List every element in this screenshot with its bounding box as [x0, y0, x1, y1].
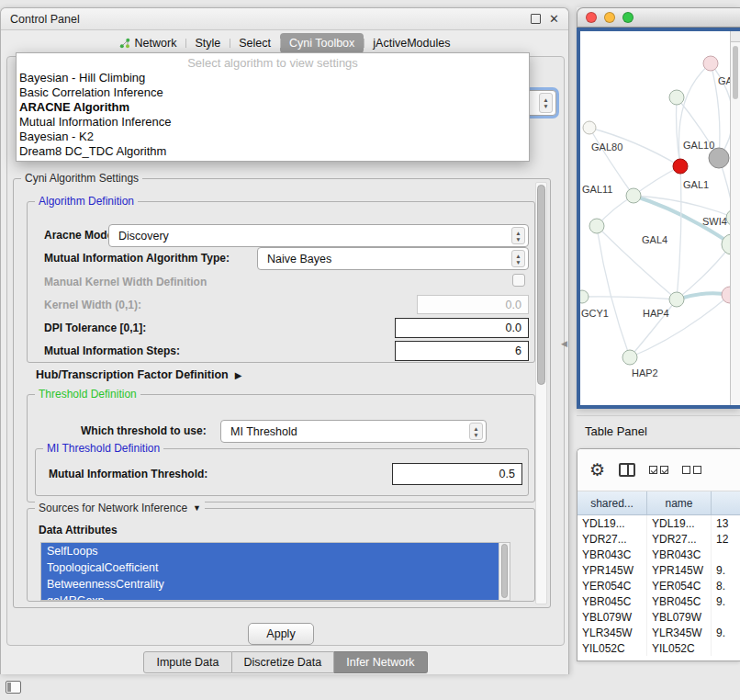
mi-threshold-field[interactable]: 0.5: [392, 463, 522, 485]
network-edge[interactable]: [678, 63, 711, 166]
table-panel-title: Table Panel: [585, 424, 647, 438]
tab-select[interactable]: Select: [230, 33, 280, 53]
network-node-n8[interactable]: [589, 219, 604, 233]
dpi-tolerance-field[interactable]: 0.0: [395, 318, 529, 338]
mi-steps-field[interactable]: 6: [395, 341, 529, 361]
table-row[interactable]: YIL052CYIL052C: [577, 640, 740, 656]
table-row[interactable]: YBR045CYBR045C9.: [577, 593, 740, 609]
which-threshold-select[interactable]: MI Threshold ▲▼: [220, 420, 487, 443]
network-node-n4[interactable]: [709, 148, 729, 168]
settings-vertical-scrollbar[interactable]: [535, 182, 547, 604]
scrollbar-thumb[interactable]: [537, 185, 545, 385]
aracne-mode-select[interactable]: Discovery ▲▼: [108, 224, 529, 247]
tab-label: Network: [135, 37, 177, 50]
control-panel-dock-icon[interactable]: [6, 681, 21, 694]
network-node-n1[interactable]: [703, 56, 718, 71]
table-cell: YDR27...: [577, 531, 647, 547]
column-header-col3[interactable]: [712, 491, 740, 514]
network-node-n6[interactable]: [626, 188, 641, 203]
table-row[interactable]: YPR145WYPR145W9.: [577, 562, 740, 578]
aracne-mode-label: Aracne Mode:: [44, 229, 117, 242]
manual-kernel-width-checkbox[interactable]: [512, 274, 525, 287]
manual-kernel-width-label: Manual Kernel Width Definition: [44, 276, 207, 288]
network-edge[interactable]: [582, 297, 677, 299]
attribute-gal4rgexp[interactable]: gal4RGexp: [41, 593, 499, 601]
window-zoom-button[interactable]: [622, 12, 633, 23]
mi-steps-label: Mutual Information Steps:: [44, 344, 180, 357]
network-node-n2[interactable]: [669, 90, 684, 105]
control-panel-title-bar[interactable]: Control Panel ✕: [1, 8, 568, 30]
tab-style[interactable]: Style: [185, 33, 230, 53]
bottom-tab-discretize-data[interactable]: Discretize Data: [232, 651, 335, 673]
menu-item-basic-correlation-inference[interactable]: Basic Correlation Inference: [17, 85, 529, 100]
menu-item-aracne-algorithm[interactable]: ARACNE Algorithm: [17, 100, 529, 115]
column-visibility-icon[interactable]: [619, 463, 635, 477]
network-edge[interactable]: [677, 166, 681, 299]
sources-group-title[interactable]: Sources for Network Inference ▼: [35, 502, 205, 514]
table-row[interactable]: YBL079WYBL079W: [577, 609, 740, 625]
network-node-n5[interactable]: [673, 159, 688, 174]
table-row[interactable]: YER054CYER054C8.: [577, 578, 740, 593]
network-canvas[interactable]: GALGAL80GAL10GAL11GAL1SWI4GAL4GCY1HAP4HA…: [577, 28, 740, 409]
network-edge[interactable]: [633, 166, 680, 196]
table-row[interactable]: YDR27...YDR27...12: [577, 531, 740, 547]
network-node-n13[interactable]: [580, 290, 589, 303]
select-all-icon[interactable]: [649, 466, 668, 474]
node-label-hap2: HAP2: [632, 367, 658, 378]
network-node-n12[interactable]: [622, 350, 637, 365]
table-row[interactable]: YBR043CYBR043C: [577, 547, 740, 562]
window-minimize-button[interactable]: [604, 12, 615, 23]
attribute-topologicalcoefficient[interactable]: TopologicalCoefficient: [41, 559, 499, 576]
menu-item-bayesian-hill-climbing[interactable]: Bayesian - Hill Climbing: [17, 71, 529, 85]
menu-item-mutual-information-inference[interactable]: Mutual Information Inference: [17, 115, 529, 130]
column-header-name[interactable]: name: [647, 491, 712, 514]
table-cell: YBR043C: [647, 547, 712, 562]
scrollbar-thumb[interactable]: [733, 46, 738, 99]
attribute-betweennesscentrality[interactable]: BetweennessCentrality: [41, 576, 499, 593]
aracne-mode-value: Discovery: [118, 230, 169, 243]
network-vertical-scrollbar[interactable]: [730, 31, 740, 405]
tab-cyni-toolbox[interactable]: Cyni Toolbox: [280, 33, 364, 53]
network-node-n3[interactable]: [583, 121, 596, 134]
close-window-icon[interactable]: ✕: [549, 12, 559, 26]
scrollbar-thumb[interactable]: [501, 544, 508, 598]
cyni-algorithm-settings-group: Cyni Algorithm Settings Algorithm Defini…: [13, 178, 551, 608]
network-window-title-bar[interactable]: [577, 7, 740, 28]
which-threshold-label: Which threshold to use:: [81, 424, 207, 437]
network-icon: [119, 38, 130, 49]
dpi-tolerance-label: DPI Tolerance [0,1]:: [44, 322, 146, 334]
algorithm-menu: Select algorithm to view settingsBayesia…: [16, 52, 530, 162]
attribute-selfloops[interactable]: SelfLoops: [41, 543, 499, 559]
attributes-scrollbar[interactable]: [499, 543, 510, 600]
kernel-width-field[interactable]: 0.0: [417, 295, 529, 314]
mi-steps-value: 6: [515, 344, 521, 357]
data-attributes-label: Data Attributes: [39, 524, 118, 536]
menu-item-dream8-dc-tdc-algorithm[interactable]: Dream8 DC_TDC Algorithm: [17, 144, 529, 159]
float-window-icon[interactable]: [531, 14, 541, 24]
deselect-all-icon[interactable]: [682, 466, 701, 474]
bottom-tab-impute-data[interactable]: Impute Data: [143, 651, 231, 673]
mi-algorithm-type-select[interactable]: Naive Bayes ▲▼: [257, 247, 529, 270]
tab-bar: NetworkStyleSelectCyni ToolboxjActiveMod…: [1, 30, 568, 55]
network-canvas-svg: GALGAL80GAL10GAL11GAL1SWI4GAL4GCY1HAP4HA…: [580, 31, 740, 405]
window-close-button[interactable]: [586, 12, 597, 23]
network-node-n10[interactable]: [669, 292, 684, 307]
table-row[interactable]: YLR345WYLR345W9.: [577, 625, 740, 640]
collapse-arrow-icon[interactable]: ▼: [193, 503, 201, 513]
combo-stepper-icon: ▲▼: [469, 423, 483, 440]
menu-item-bayesian-k2[interactable]: Bayesian - K2: [17, 130, 529, 144]
tab-jactivemodules[interactable]: jActiveModules: [364, 33, 459, 53]
hub-definition-expander[interactable]: Hub/Transcription Factor Definition ▶: [36, 368, 241, 381]
network-edge[interactable]: [597, 226, 630, 357]
table-cell: YER054C: [647, 578, 712, 593]
tab-network[interactable]: Network: [110, 33, 186, 53]
bottom-tab-infer-network[interactable]: Infer Network: [334, 651, 427, 673]
table-settings-gear-icon[interactable]: ⚙: [589, 461, 605, 479]
column-header-shared[interactable]: shared...: [577, 491, 647, 514]
panel-collapse-arrow-icon[interactable]: ◀: [561, 339, 567, 348]
table-cell: YBR045C: [577, 593, 647, 609]
mi-threshold-value: 0.5: [499, 468, 515, 480]
data-attributes-list[interactable]: SelfLoopsTopologicalCoefficientBetweenne…: [40, 542, 510, 601]
table-row[interactable]: YDL19...YDL19...13: [577, 515, 740, 531]
apply-button[interactable]: Apply: [248, 623, 314, 645]
